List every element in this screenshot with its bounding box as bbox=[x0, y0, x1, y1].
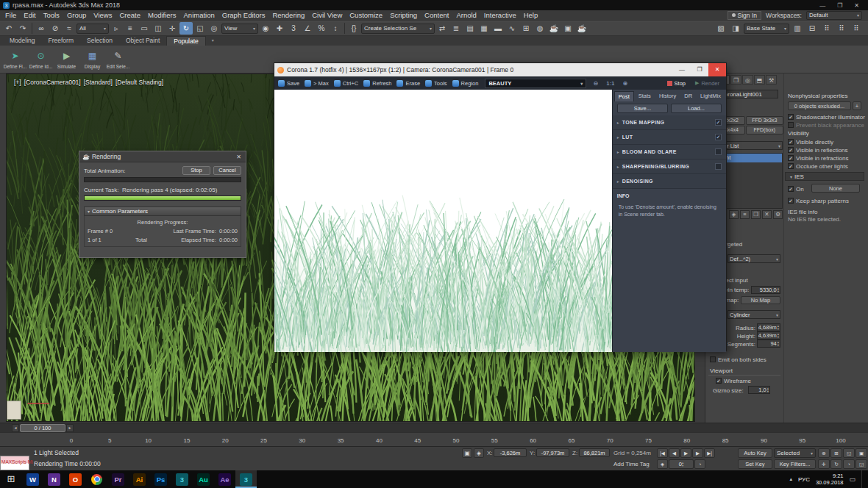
zoom-in-icon[interactable]: ⊕ bbox=[619, 80, 630, 87]
ies-rollout-header[interactable]: ▾ IES bbox=[785, 172, 864, 181]
next-frame-arrow[interactable]: ▸ bbox=[66, 424, 74, 432]
use-pivot-point-center-icon[interactable]: ◉ bbox=[259, 22, 272, 35]
scene-security-icon[interactable]: ▧ bbox=[714, 22, 728, 35]
window-titlebar[interactable]: 3 rpasa.max - Autodesk 3ds Max 2018 — ❐ … bbox=[0, 0, 868, 10]
section-checkbox[interactable] bbox=[715, 148, 722, 155]
time-configuration-button[interactable]: ◔ bbox=[694, 459, 705, 469]
ribbon-button-display[interactable]: ▦Display bbox=[80, 46, 104, 73]
select-and-move-icon[interactable]: ✛ bbox=[166, 22, 179, 35]
taskbar-onenote[interactable]: N bbox=[43, 470, 65, 488]
spinner[interactable]: ▴▾ bbox=[778, 287, 779, 293]
corona-render-button[interactable]: ▶ Render bbox=[695, 80, 719, 87]
corona-section-denoising[interactable]: ▸DENOISING bbox=[613, 174, 726, 189]
height-field[interactable]: 4,639m▴▾ bbox=[757, 331, 780, 340]
motion-tab-icon[interactable]: ◎ bbox=[742, 75, 753, 85]
add-time-tag[interactable]: Add Time Tag bbox=[613, 461, 650, 467]
zoom-button[interactable]: ⊕ bbox=[818, 448, 830, 458]
utilities-tab-icon[interactable]: ⚒ bbox=[766, 75, 777, 85]
corona-tab-dr[interactable]: DR bbox=[680, 91, 696, 101]
rendered-frame-window-icon[interactable]: ▣ bbox=[561, 22, 574, 35]
minimize-button[interactable]: — bbox=[819, 2, 825, 9]
checkbox-visible-directly[interactable]: ✓Visible directly bbox=[788, 138, 848, 146]
state-sets-dropdown[interactable]: Base State▾ bbox=[744, 24, 789, 34]
previous-frame-button[interactable]: ◀ bbox=[669, 448, 680, 458]
display-tab-icon[interactable]: ⬒ bbox=[754, 75, 765, 85]
go-to-end-button[interactable]: ▶| bbox=[704, 448, 715, 458]
spinner[interactable]: ▴▾ bbox=[682, 462, 683, 467]
corona-refresh-button[interactable]: Refresh bbox=[363, 80, 391, 87]
intensity-units-dropdown[interactable]: Def...^2) ▾ bbox=[728, 254, 780, 263]
shape-dropdown[interactable]: Cylinder ▾ bbox=[728, 310, 780, 319]
menu-rendering[interactable]: Rendering bbox=[268, 10, 308, 21]
bind-to-space-warp-icon[interactable]: ≈ bbox=[63, 22, 76, 35]
spinner[interactable]: ▴▾ bbox=[767, 387, 769, 392]
material-editor-icon[interactable]: ◍ bbox=[533, 22, 547, 35]
menu-interactive[interactable]: Interactive bbox=[480, 10, 520, 21]
select-object-icon[interactable]: ▹ bbox=[110, 22, 123, 35]
taskbar-chrome[interactable] bbox=[86, 470, 107, 488]
menu-animation[interactable]: Animation bbox=[180, 10, 218, 21]
selection-set-dropdown[interactable]: Selected ▾ bbox=[774, 448, 816, 458]
taskbar-audition[interactable]: Au bbox=[193, 470, 214, 488]
select-and-scale-icon[interactable]: ◱ bbox=[193, 22, 207, 35]
ribbon-tab-modeling[interactable]: Modeling bbox=[3, 36, 42, 46]
snapshot-icon[interactable]: ▥ bbox=[791, 22, 804, 35]
go-to-start-button[interactable]: |◀ bbox=[657, 448, 668, 458]
time-slider-handle[interactable]: 0 / 100 bbox=[20, 424, 65, 432]
isolate-selection-toggle[interactable]: ▣ bbox=[462, 448, 472, 458]
zoom-out-icon[interactable]: ⊖ bbox=[590, 80, 601, 87]
rectangular-selection-region-icon[interactable]: ▭ bbox=[138, 22, 151, 35]
menu-modifiers[interactable]: Modifiers bbox=[144, 10, 180, 21]
select-and-manipulate-icon[interactable]: ✚ bbox=[273, 22, 286, 35]
menu-arnold[interactable]: Arnold bbox=[452, 10, 480, 21]
selection-filter-dropdown[interactable]: All▾ bbox=[77, 24, 109, 34]
angle-snap-toggle-icon[interactable]: ∠ bbox=[301, 22, 314, 35]
corona-tab-stats[interactable]: Stats bbox=[635, 91, 655, 101]
menu-edit[interactable]: Edit bbox=[20, 10, 39, 21]
menu-help[interactable]: Help bbox=[520, 10, 542, 21]
menu-graph-editors[interactable]: Graph Editors bbox=[218, 10, 269, 21]
checkbox-keep-sharp-patterns[interactable]: ✓Keep sharp patterns bbox=[788, 197, 849, 204]
pin-stack-icon[interactable]: ◈ bbox=[729, 210, 739, 219]
modifier-set-button-ffd-3x3x3[interactable]: FFD 3x3x3 bbox=[746, 116, 784, 125]
taskbar-illustrator[interactable]: Ai bbox=[129, 470, 150, 488]
sign-in-button[interactable]: Sign In bbox=[728, 11, 761, 20]
undo-icon[interactable]: ↶ bbox=[2, 22, 15, 35]
make-unique-icon[interactable]: ❐ bbox=[751, 210, 761, 219]
checkbox-on[interactable]: ✓On bbox=[788, 185, 804, 193]
corona-section-bloom-and-glare[interactable]: ▸BLOOM AND GLARE bbox=[613, 145, 726, 159]
object-name-field[interactable] bbox=[718, 90, 778, 98]
texmap-button[interactable]: No Map bbox=[741, 296, 780, 304]
key-mode-toggle[interactable]: ◈ bbox=[657, 459, 668, 469]
spinner[interactable]: ▴▾ bbox=[778, 333, 779, 338]
taskbar-3dsmax-active[interactable]: 3 bbox=[235, 470, 257, 488]
array-tool-icon[interactable]: ⊟ bbox=[805, 22, 819, 35]
menu-group[interactable]: Group bbox=[63, 10, 90, 21]
corona-stop-button[interactable]: Stop bbox=[667, 80, 686, 87]
render-setup-icon[interactable]: ☕ bbox=[547, 22, 561, 35]
corona-load-settings-button[interactable]: Load... bbox=[671, 104, 722, 113]
play-animation-button[interactable]: ▶ bbox=[680, 448, 691, 458]
taskbar-photoshop[interactable]: Ps bbox=[150, 470, 171, 488]
select-by-name-icon[interactable]: ≡ bbox=[124, 22, 137, 35]
menu-file[interactable]: File bbox=[1, 10, 20, 21]
ribbon-button-define-id[interactable]: ⊙Define Id... bbox=[29, 46, 53, 73]
language-indicator[interactable]: РУС bbox=[798, 476, 810, 483]
current-frame-field[interactable]: 0▴▾ bbox=[669, 459, 694, 469]
pan-view-button[interactable]: ✛ bbox=[818, 459, 830, 469]
workspace-select[interactable]: Default ▾ bbox=[806, 11, 862, 20]
corona-send-to-max-button[interactable]: > Max bbox=[305, 80, 329, 87]
exclude-add-button[interactable]: + bbox=[853, 101, 861, 110]
show-desktop-button[interactable] bbox=[861, 470, 864, 488]
clock[interactable]: 9:21 30.09.2018 bbox=[816, 473, 844, 486]
menu-customize[interactable]: Customize bbox=[346, 10, 386, 21]
menu-scripting[interactable]: Scripting bbox=[386, 10, 421, 21]
corona-render-canvas[interactable] bbox=[274, 90, 612, 352]
corona-copy-button[interactable]: Ctrl+C bbox=[334, 80, 358, 87]
hierarchy-tab-icon[interactable]: ❐ bbox=[730, 75, 741, 85]
ribbon-tab-populate[interactable]: Populate bbox=[166, 36, 206, 46]
checkbox-visible-in-reflections[interactable]: ✓Visible in reflections bbox=[788, 146, 848, 154]
ribbon-button-define-fl[interactable]: ➤Define Fl... bbox=[3, 46, 27, 73]
corona-tools-button[interactable]: Tools bbox=[425, 80, 447, 87]
ghosting-icon[interactable]: ◨ bbox=[729, 22, 742, 35]
